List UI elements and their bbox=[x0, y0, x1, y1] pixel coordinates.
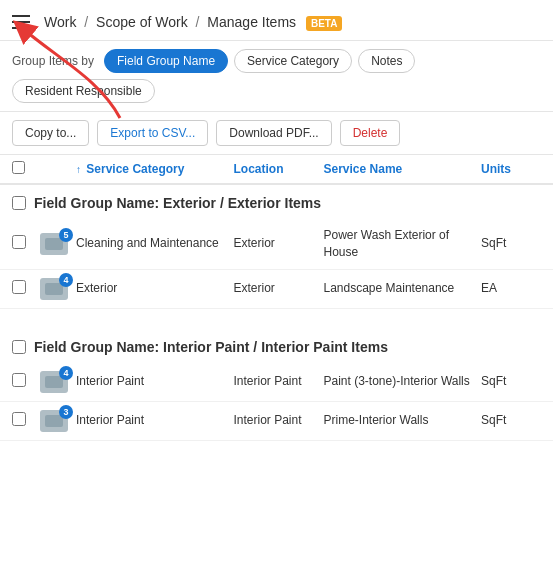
row-4-checkbox[interactable] bbox=[12, 412, 26, 426]
row-3-image-count: 4 bbox=[59, 366, 73, 380]
row-4-location: Interior Paint bbox=[234, 412, 324, 429]
table-row: 4 Interior Paint Interior Paint Paint (3… bbox=[0, 363, 553, 402]
row-1-image[interactable]: 5 bbox=[40, 233, 68, 255]
row-checkbox-col bbox=[12, 412, 40, 429]
tab-field-group-name[interactable]: Field Group Name bbox=[104, 49, 228, 73]
menu-button[interactable] bbox=[12, 10, 36, 34]
row-4-service-category: Interior Paint bbox=[76, 412, 234, 429]
row-1-service-name: Power Wash Exterior of House bbox=[324, 227, 482, 261]
tab-service-category[interactable]: Service Category bbox=[234, 49, 352, 73]
delete-button[interactable]: Delete bbox=[340, 120, 401, 146]
row-1-units: SqFt bbox=[481, 235, 541, 252]
breadcrumb-scope: Scope of Work bbox=[96, 14, 188, 30]
header-units[interactable]: Units bbox=[481, 162, 541, 176]
header-service-name[interactable]: Service Name bbox=[324, 162, 482, 176]
breadcrumb: Work / Scope of Work / Manage Items BETA bbox=[44, 14, 541, 30]
group-interior-header: Field Group Name: Interior Paint / Inter… bbox=[0, 329, 553, 363]
export-csv-button[interactable]: Export to CSV... bbox=[97, 120, 208, 146]
group-interior-title: Field Group Name: Interior Paint / Inter… bbox=[34, 339, 388, 355]
row-1-image-count: 5 bbox=[59, 228, 73, 242]
sort-arrow-icon: ↑ bbox=[76, 164, 81, 175]
row-1-location: Exterior bbox=[234, 235, 324, 252]
header-location[interactable]: Location bbox=[234, 162, 324, 176]
row-checkbox-col bbox=[12, 373, 40, 390]
row-2-location: Exterior bbox=[234, 280, 324, 297]
toolbar: Copy to... Export to CSV... Download PDF… bbox=[0, 112, 553, 155]
group-exterior-header: Field Group Name: Exterior / Exterior It… bbox=[0, 185, 553, 219]
breadcrumb-sep2: / bbox=[196, 14, 200, 30]
row-4-image-count: 3 bbox=[59, 405, 73, 419]
page-wrapper: Work / Scope of Work / Manage Items BETA… bbox=[0, 0, 553, 441]
row-checkbox-col bbox=[12, 280, 40, 297]
tab-resident-responsible[interactable]: Resident Responsible bbox=[12, 79, 155, 103]
breadcrumb-work: Work bbox=[44, 14, 76, 30]
group-spacer bbox=[0, 309, 553, 329]
beta-badge: BETA bbox=[306, 16, 342, 31]
breadcrumb-sep1: / bbox=[84, 14, 88, 30]
table-header: ↑ Service Category Location Service Name… bbox=[0, 155, 553, 185]
group-interior-checkbox[interactable] bbox=[12, 340, 26, 354]
row-1-service-category: Cleaning and Maintenance bbox=[76, 235, 234, 252]
table-row: 5 Cleaning and Maintenance Exterior Powe… bbox=[0, 219, 553, 270]
row-3-image[interactable]: 4 bbox=[40, 371, 68, 393]
row-1-checkbox[interactable] bbox=[12, 235, 26, 249]
row-2-service-category: Exterior bbox=[76, 280, 234, 297]
group-exterior-checkbox[interactable] bbox=[12, 196, 26, 210]
header-checkbox-col bbox=[12, 161, 40, 177]
row-3-service-name: Paint (3-tone)-Interior Walls bbox=[324, 373, 482, 390]
row-3-checkbox[interactable] bbox=[12, 373, 26, 387]
row-2-image[interactable]: 4 bbox=[40, 278, 68, 300]
table-row: 3 Interior Paint Interior Paint Prime-In… bbox=[0, 402, 553, 441]
group-exterior-title: Field Group Name: Exterior / Exterior It… bbox=[34, 195, 321, 211]
tab-notes[interactable]: Notes bbox=[358, 49, 415, 73]
row-2-service-name: Landscape Maintenance bbox=[324, 280, 482, 297]
breadcrumb-manage: Manage Items bbox=[207, 14, 296, 30]
header-service-category[interactable]: ↑ Service Category bbox=[76, 162, 234, 176]
row-checkbox-col bbox=[12, 235, 40, 252]
row-4-service-name: Prime-Interior Walls bbox=[324, 412, 482, 429]
row-4-image[interactable]: 3 bbox=[40, 410, 68, 432]
group-by-label: Group Items by bbox=[12, 54, 94, 68]
row-4-units: SqFt bbox=[481, 412, 541, 429]
table-row: 4 Exterior Exterior Landscape Maintenanc… bbox=[0, 270, 553, 309]
row-3-units: SqFt bbox=[481, 373, 541, 390]
row-2-units: EA bbox=[481, 280, 541, 297]
header: Work / Scope of Work / Manage Items BETA bbox=[0, 0, 553, 41]
download-pdf-button[interactable]: Download PDF... bbox=[216, 120, 331, 146]
row-3-service-category: Interior Paint bbox=[76, 373, 234, 390]
row-2-checkbox[interactable] bbox=[12, 280, 26, 294]
group-by-row: Group Items by Field Group Name Service … bbox=[0, 41, 553, 112]
row-2-image-count: 4 bbox=[59, 273, 73, 287]
select-all-checkbox[interactable] bbox=[12, 161, 25, 174]
row-3-location: Interior Paint bbox=[234, 373, 324, 390]
copy-to-button[interactable]: Copy to... bbox=[12, 120, 89, 146]
